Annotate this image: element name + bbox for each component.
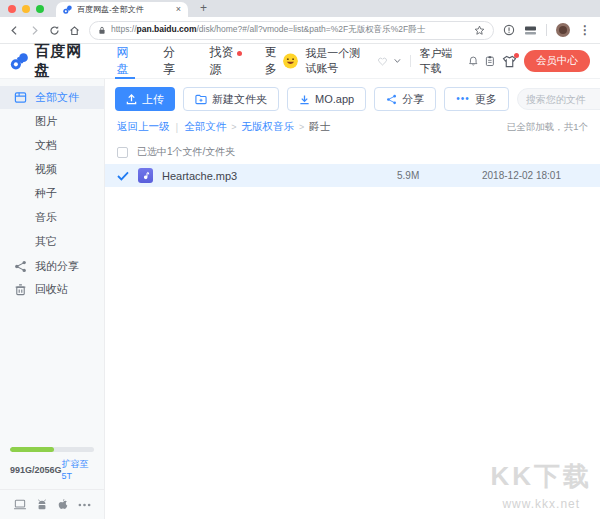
file-toolbar: 上传 新建文件夹 MO.app 分享 ••• 更多 (105, 79, 600, 117)
app-header: 百度网盘 网盘 分享 找资源 更多 我是一个测试账号 客户端下载 会员中心 (0, 44, 600, 79)
new-tab-button[interactable]: + (200, 1, 207, 15)
breadcrumb: 返回上一级 | 全部文件 > 无版权音乐 > 爵士 已全部加载，共1个 (105, 117, 600, 141)
bookmark-star-icon[interactable] (474, 25, 485, 36)
storage-upgrade-link[interactable]: 扩容至5T (62, 458, 94, 481)
browser-tab[interactable]: 百度网盘-全部文件 × (56, 2, 188, 17)
main-nav: 网盘 分享 找资源 更多 (115, 44, 283, 79)
more-platforms-icon[interactable] (78, 503, 91, 507)
file-size: 5.9M (397, 170, 482, 181)
window-close-button[interactable] (8, 5, 16, 13)
upload-icon (126, 94, 137, 105)
tshirt-notification-dot (514, 53, 519, 58)
notification-dot (237, 51, 242, 56)
sidebar-item-my-shares[interactable]: 我的分享 (0, 255, 104, 278)
chevron-down-icon[interactable] (394, 58, 401, 64)
browser-menu-icon[interactable]: ⋮ (579, 23, 591, 37)
file-date: 2018-12-02 18:01 (482, 170, 600, 181)
nav-tab-pan[interactable]: 网盘 (115, 44, 135, 79)
share-button[interactable]: 分享 (374, 87, 436, 111)
file-name[interactable]: Heartache.mp3 (162, 170, 237, 182)
sidebar-item-torrents[interactable]: 种子 (0, 181, 104, 205)
reading-list-extension-icon[interactable] (524, 25, 537, 36)
select-all-checkbox[interactable] (117, 147, 128, 158)
sidebar-item-all-files[interactable]: 全部文件 (0, 86, 104, 109)
desktop-client-icon[interactable] (13, 499, 27, 510)
selected-check-icon[interactable] (117, 171, 129, 181)
breadcrumb-item-folder[interactable]: 无版权音乐 (242, 120, 295, 134)
main-panel: 上传 新建文件夹 MO.app 分享 ••• 更多 (105, 79, 600, 519)
toolbar-divider (546, 24, 547, 36)
storage-progress-bar (10, 447, 94, 452)
apple-client-icon[interactable] (57, 498, 69, 511)
browser-url-bar: https://pan.baidu.com/disk/home?#/all?vm… (0, 17, 600, 44)
file-name-cell: Heartache.mp3 (117, 168, 397, 183)
search-input[interactable] (526, 94, 600, 105)
share-nodes-icon (386, 94, 397, 105)
sidebar-item-recycle-bin[interactable]: 回收站 (0, 278, 104, 301)
storage-progress-fill (10, 447, 54, 452)
url-text: https://pan.baidu.com/disk/home?#/all?vm… (111, 24, 469, 36)
info-extension-icon[interactable] (503, 24, 515, 36)
nav-tab-share[interactable]: 分享 (162, 44, 182, 79)
sidebar-item-images[interactable]: 图片 (0, 109, 104, 133)
storage-info-row: 991G/2056G 扩容至5T (10, 458, 94, 481)
window-minimize-button[interactable] (22, 5, 30, 13)
vip-badge-icon (378, 56, 387, 67)
sidebar-item-others[interactable]: 其它 (0, 229, 104, 253)
breadcrumb-divider: | (176, 121, 179, 133)
tab-close-icon[interactable]: × (176, 5, 181, 14)
user-name[interactable]: 我是一个测试账号 (305, 46, 371, 76)
breadcrumb-separator: > (299, 122, 304, 132)
forward-icon[interactable] (29, 25, 40, 36)
breadcrumb-back-link[interactable]: 返回上一级 (117, 120, 170, 134)
sidebar: 全部文件 图片 文档 视频 种子 音乐 其它 我的分享 回收站 991G/205… (0, 79, 105, 519)
search-area (517, 88, 600, 110)
new-folder-button[interactable]: 新建文件夹 (183, 87, 279, 111)
tab-title: 百度网盘-全部文件 (77, 4, 171, 15)
sidebar-item-videos[interactable]: 视频 (0, 157, 104, 181)
android-client-icon[interactable] (36, 498, 48, 511)
lock-icon[interactable] (98, 26, 106, 35)
selection-header-row: 已选中1个文件/文件夹 (105, 141, 600, 164)
sidebar-item-music[interactable]: 音乐 (0, 205, 104, 229)
share-icon (14, 260, 27, 273)
storage-used-text: 991G/2056G (10, 465, 62, 475)
home-icon[interactable] (69, 25, 80, 36)
nav-tab-more[interactable]: 更多 (264, 44, 284, 79)
file-row[interactable]: Heartache.mp3 5.9M 2018-12-02 18:01 (105, 164, 600, 187)
all-files-icon (14, 91, 27, 104)
watermark-url: www.kkx.net (490, 497, 592, 511)
download-icon (299, 94, 310, 105)
sidebar-storage-panel: 991G/2056G 扩容至5T (0, 447, 104, 519)
loaded-status-text: 已全部加载，共1个 (507, 121, 588, 134)
browser-profile-avatar[interactable] (556, 23, 570, 37)
mo-app-button[interactable]: MO.app (287, 87, 366, 111)
breadcrumb-item-all-files[interactable]: 全部文件 (184, 120, 226, 134)
address-bar[interactable]: https://pan.baidu.com/disk/home?#/all?vm… (89, 21, 494, 40)
selection-count-text: 已选中1个文件/文件夹 (137, 145, 235, 159)
ellipsis-icon: ••• (456, 94, 470, 104)
nav-tab-resources[interactable]: 找资源 (208, 44, 236, 79)
window-zoom-button[interactable] (36, 5, 44, 13)
header-divider (410, 55, 411, 67)
logo-text: 百度网盘 (35, 42, 89, 80)
more-actions-button[interactable]: ••• 更多 (444, 87, 509, 111)
sidebar-item-documents[interactable]: 文档 (0, 133, 104, 157)
window-controls (8, 5, 44, 13)
client-download-link[interactable]: 客户端下载 (420, 46, 461, 76)
search-box[interactable] (517, 88, 600, 110)
bell-icon[interactable] (468, 54, 478, 68)
vip-center-button[interactable]: 会员中心 (524, 50, 590, 72)
music-file-icon (138, 168, 153, 183)
upload-button[interactable]: 上传 (115, 87, 175, 111)
new-folder-icon (195, 94, 207, 105)
music-note-icon (141, 171, 150, 181)
reload-icon[interactable] (49, 25, 60, 36)
back-icon[interactable] (9, 25, 20, 36)
user-avatar[interactable] (283, 51, 298, 71)
breadcrumb-separator: > (231, 122, 236, 132)
tshirt-badge-wrapper[interactable] (502, 55, 517, 68)
baidu-pan-logo[interactable]: 百度网盘 (10, 42, 88, 80)
clipboard-icon[interactable] (485, 54, 495, 68)
tab-favicon (63, 5, 72, 14)
